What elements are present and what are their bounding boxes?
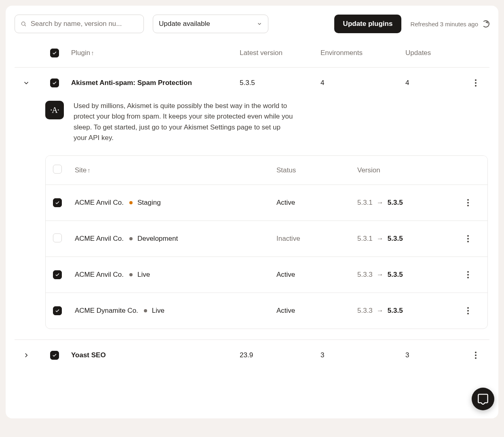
site-checkbox[interactable] (53, 270, 62, 279)
chevron-right-icon (23, 352, 30, 359)
search-input[interactable] (31, 20, 138, 28)
site-menu-button[interactable] (462, 269, 474, 280)
sub-col-site[interactable]: Site↑ (75, 166, 276, 174)
toolbar: Update available Update plugins Refreshe… (15, 15, 489, 33)
refreshed-status: Refreshed 3 minutes ago (410, 20, 489, 28)
arrow-right-icon: → (377, 271, 384, 279)
plugin-row: Yoast SEO 23.9 3 3 (15, 340, 489, 371)
plugin-row: Akismet Anti-spam: Spam Protection 5.3.5… (15, 68, 489, 98)
site-status: Active (276, 307, 357, 315)
refreshed-text: Refreshed 3 minutes ago (410, 21, 478, 28)
chevron-down-icon (23, 79, 30, 87)
env-indicator-icon (129, 201, 133, 204)
expand-toggle[interactable] (15, 79, 38, 87)
plugin-checkbox[interactable] (50, 351, 59, 360)
site-name: ACME Anvil Co. (75, 199, 124, 207)
plugins-panel: Update available Update plugins Refreshe… (6, 6, 498, 418)
sub-col-version[interactable]: Version (357, 166, 462, 174)
site-row: ACME Anvil Co. Development Inactive 5.3.… (46, 221, 487, 257)
chevron-down-icon (257, 21, 262, 27)
site-menu-button[interactable] (462, 305, 474, 316)
col-latest-version[interactable]: Latest version (240, 49, 321, 57)
site-checkbox[interactable] (53, 306, 62, 315)
site-version: 5.3.3 → 5.3.5 (357, 271, 462, 279)
site-menu-button[interactable] (462, 197, 474, 208)
plugin-environments: 4 (321, 79, 405, 87)
site-env: Staging (137, 199, 161, 207)
site-env: Development (137, 235, 178, 243)
row-menu-button[interactable] (470, 77, 481, 89)
arrow-right-icon: → (377, 235, 384, 243)
refresh-icon[interactable] (482, 20, 489, 28)
plugin-checkbox[interactable] (50, 78, 59, 87)
col-updates[interactable]: Updates (405, 49, 470, 57)
site-checkbox[interactable] (53, 233, 62, 242)
search-box[interactable] (15, 15, 144, 33)
site-name: ACME Anvil Co. (75, 235, 124, 243)
plugin-version: 5.3.5 (240, 79, 321, 87)
sub-col-status[interactable]: Status (276, 166, 357, 174)
plugin-name: Yoast SEO (71, 351, 240, 359)
sub-table-header: Site↑ Status Version (46, 156, 487, 185)
env-indicator-icon (144, 309, 147, 312)
plugin-logo: ·A· (45, 101, 64, 119)
filter-label: Update available (159, 20, 210, 28)
sort-asc-icon: ↑ (87, 167, 91, 174)
site-row: ACME Anvil Co. Live Active 5.3.3 → 5.3.5 (46, 257, 487, 293)
plugin-updates: 4 (405, 79, 470, 87)
site-name: ACME Dynamite Co. (75, 307, 138, 315)
site-version: 5.3.3 → 5.3.5 (357, 307, 462, 315)
arrow-right-icon: → (377, 307, 384, 315)
site-version: 5.3.1 → 5.3.5 (357, 199, 462, 207)
env-indicator-icon (129, 237, 133, 240)
chat-launcher[interactable] (472, 388, 494, 410)
sites-sub-table: Site↑ Status Version ACME Anvil Co. Stag… (45, 155, 488, 329)
site-row: ACME Anvil Co. Staging Active 5.3.1 → 5.… (46, 185, 487, 221)
site-status: Active (276, 271, 357, 279)
site-status: Active (276, 199, 357, 207)
plugin-description: Used by millions, Akismet is quite possi… (74, 101, 293, 143)
chat-icon (477, 393, 489, 405)
site-version: 5.3.1 → 5.3.5 (357, 235, 462, 243)
plugin-version: 23.9 (240, 351, 321, 359)
col-environments[interactable]: Environments (321, 49, 405, 57)
svg-line-1 (25, 25, 26, 26)
site-menu-button[interactable] (462, 233, 474, 244)
plugin-environments: 3 (321, 351, 405, 359)
plugin-description-block: ·A· Used by millions, Akismet is quite p… (15, 98, 293, 155)
svg-point-0 (21, 22, 25, 25)
update-plugins-button[interactable]: Update plugins (334, 15, 402, 33)
select-all-checkbox[interactable] (50, 49, 59, 57)
site-env: Live (152, 307, 164, 315)
sort-asc-icon: ↑ (91, 49, 94, 56)
env-indicator-icon (129, 273, 133, 276)
site-row: ACME Dynamite Co. Live Active 5.3.3 → 5.… (46, 293, 487, 329)
table-header: Plugin↑ Latest version Environments Upda… (15, 45, 489, 68)
site-checkbox[interactable] (53, 198, 62, 207)
site-env: Live (137, 271, 150, 279)
sub-select-all-checkbox[interactable] (53, 165, 62, 174)
search-icon (21, 21, 27, 27)
filter-select[interactable]: Update available (153, 15, 268, 33)
row-menu-button[interactable] (470, 350, 481, 361)
plugin-name: Akismet Anti-spam: Spam Protection (71, 79, 240, 87)
expand-toggle[interactable] (15, 352, 38, 359)
site-name: ACME Anvil Co. (75, 271, 124, 279)
site-status: Inactive (276, 235, 357, 243)
arrow-right-icon: → (377, 199, 384, 207)
col-plugin[interactable]: Plugin↑ (71, 49, 240, 57)
plugin-updates: 3 (405, 351, 470, 359)
